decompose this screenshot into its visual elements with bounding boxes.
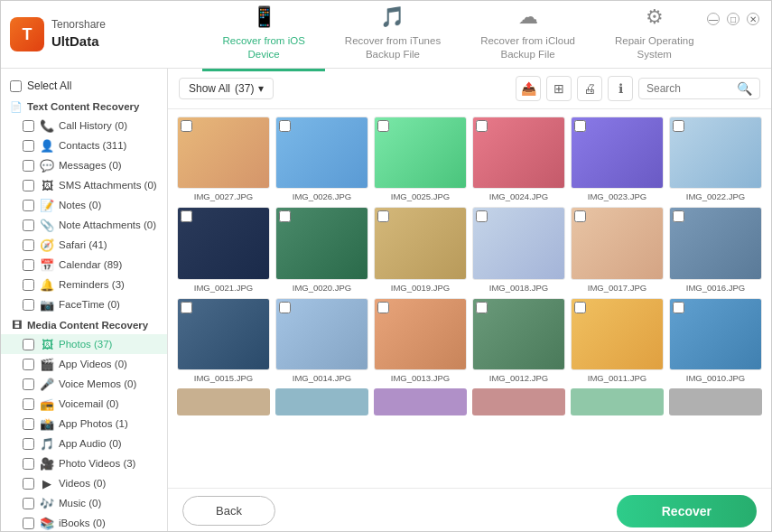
photo-checkbox[interactable] (181, 120, 192, 132)
minimize-button[interactable]: — (707, 13, 720, 25)
photo-item-img-18[interactable]: IMG_0018.JPG (472, 207, 565, 292)
content-toolbar: Show All (37) ▾ 📤 ⊞ 🖨 ℹ 🔍 (168, 69, 771, 109)
photo-thumbnail (177, 298, 270, 370)
photo-checkbox[interactable] (476, 120, 488, 132)
sidebar-item-app-videos[interactable]: 🎬App Videos (0) (1, 354, 167, 374)
photo-checkbox[interactable] (181, 210, 192, 222)
photo-checkbox[interactable] (574, 302, 586, 313)
sidebar-item-videos[interactable]: ▶Videos (0) (1, 473, 167, 493)
photo-checkbox[interactable] (377, 120, 389, 132)
app-header: T Tenorshare UltData 📱 Recover from iOSD… (1, 1, 771, 69)
sidebar-item-facetime[interactable]: 📷FaceTime (0) (1, 294, 167, 314)
sidebar-item-notes[interactable]: 📝Notes (0) (1, 195, 167, 215)
photo-item-img-12[interactable]: IMG_0012.JPG (472, 298, 565, 383)
select-all-row[interactable]: Select All (1, 76, 167, 96)
media-section-label: Media Content Recovery (27, 320, 148, 331)
photo-item-img-11[interactable]: IMG_0011.JPG (571, 298, 664, 383)
info-button[interactable]: ℹ (608, 76, 633, 101)
photo-checkbox[interactable] (279, 210, 291, 222)
print-button[interactable]: 🖨 (577, 76, 602, 101)
sidebar-item-music[interactable]: 🎶Music (0) (1, 493, 167, 513)
photo-item-img-21[interactable]: IMG_0021.JPG (177, 207, 270, 292)
photo-checkbox[interactable] (476, 210, 488, 222)
photo-item-img-25[interactable]: IMG_0025.JPG (374, 117, 467, 201)
sidebar-item-reminders[interactable]: 🔔Reminders (3) (1, 275, 167, 294)
sidebar-item-app-photos[interactable]: 📸App Photos (1) (1, 414, 167, 434)
photo-checkbox[interactable] (377, 210, 389, 222)
app-logo-icon: T (10, 17, 44, 51)
photo-checkbox[interactable] (377, 302, 389, 313)
sidebar-item-app-audio[interactable]: 🎵App Audio (0) (1, 434, 167, 453)
sidebar-item-contacts[interactable]: 👤Contacts (311) (1, 135, 167, 155)
sidebar-item-call-history[interactable]: 📞Call History (0) (1, 116, 167, 135)
sidebar-item-calendar[interactable]: 📅Calendar (89) (1, 255, 167, 275)
photo-item-img-13[interactable]: IMG_0013.JPG (374, 298, 467, 383)
note-attach-icon: 📎 (40, 218, 54, 232)
sidebar-item-messages[interactable]: 💬Messages (0) (1, 155, 167, 175)
photo-thumbnail (472, 207, 565, 279)
photo-item-img-24[interactable]: IMG_0024.JPG (472, 117, 565, 201)
sidebar-item-photos[interactable]: 🖼Photos (37) (1, 334, 167, 354)
photo-item-img-23[interactable]: IMG_0023.JPG (571, 117, 664, 201)
photo-thumbnail (374, 207, 467, 279)
photo-checkbox[interactable] (476, 302, 488, 313)
tab-repair-os[interactable]: ⚙ Repair OperatingSystem (595, 0, 714, 71)
tab-ios-label: Recover from iOSDevice (222, 34, 304, 61)
maximize-button[interactable]: □ (727, 13, 739, 25)
photo-checkbox[interactable] (673, 120, 684, 132)
contacts-icon: 👤 (40, 138, 54, 153)
photo-checkbox[interactable] (279, 120, 291, 132)
photo-item-img-19[interactable]: IMG_0019.JPG (374, 207, 467, 292)
sidebar-item-voicemail[interactable]: 📻Voicemail (0) (1, 394, 167, 414)
select-all-checkbox[interactable] (10, 80, 22, 92)
photo-checkbox[interactable] (279, 302, 291, 313)
photo-label: IMG_0016.JPG (669, 283, 762, 293)
photo-thumbnail (571, 207, 664, 279)
repair-icon: ⚙ (646, 5, 664, 31)
recover-button[interactable]: Recover (617, 495, 757, 527)
footer: Back Recover (168, 488, 771, 532)
ibooks-icon: 📚 (40, 516, 54, 530)
tab-recover-itunes[interactable]: 🎵 Recover from iTunesBackup File (325, 0, 460, 71)
sidebar-item-note-attachments[interactable]: 📎Note Attachments (0) (1, 215, 167, 235)
photo-item-img-16[interactable]: IMG_0016.JPG (669, 207, 762, 292)
tab-recover-ios[interactable]: 📱 Recover from iOSDevice (202, 0, 324, 71)
window-controls: — □ ✕ (707, 13, 759, 25)
photo-checkbox[interactable] (574, 210, 586, 222)
photo-checkbox[interactable] (181, 302, 192, 313)
sidebar-item-photo-videos[interactable]: 🎥Photo Videos (3) (1, 453, 167, 473)
photo-item-img-22[interactable]: IMG_0022.JPG (669, 117, 762, 201)
photo-item-img-26[interactable]: IMG_0026.JPG (275, 117, 368, 201)
photo-thumbnail (374, 298, 467, 370)
photo-label: IMG_0024.JPG (472, 191, 565, 201)
photo-label: IMG_0025.JPG (374, 191, 467, 201)
search-input[interactable] (646, 82, 737, 95)
content-area: Show All (37) ▾ 📤 ⊞ 🖨 ℹ 🔍 (168, 69, 771, 532)
photo-label: IMG_0012.JPG (472, 373, 565, 383)
export-button[interactable]: 📤 (516, 76, 541, 101)
facetime-icon: 📷 (40, 297, 54, 312)
photo-item-img-17[interactable]: IMG_0017.JPG (571, 207, 664, 292)
sidebar-item-voice-memos[interactable]: 🎤Voice Memos (0) (1, 374, 167, 394)
sidebar-item-safari[interactable]: 🧭Safari (41) (1, 235, 167, 255)
photo-checkbox[interactable] (673, 210, 684, 222)
photo-item-img-15[interactable]: IMG_0015.JPG (177, 298, 270, 383)
grid-view-button[interactable]: ⊞ (546, 76, 572, 101)
photo-item-img-10[interactable]: IMG_0010.JPG (669, 298, 762, 383)
sidebar: Select All 📄 Text Content Recovery 📞Call… (1, 69, 168, 532)
photo-label: IMG_0027.JPG (177, 191, 270, 201)
photo-item-img-14[interactable]: IMG_0014.JPG (275, 298, 368, 383)
tab-recover-icloud[interactable]: ☁ Recover from iCloudBackup File (460, 0, 595, 71)
photo-label: IMG_0015.JPG (177, 373, 270, 383)
photo-item-img-20[interactable]: IMG_0020.JPG (275, 207, 368, 292)
back-button[interactable]: Back (182, 496, 275, 526)
sidebar-item-ibooks[interactable]: 📚iBooks (0) (1, 513, 167, 532)
show-all-button[interactable]: Show All (37) ▾ (179, 78, 274, 99)
photo-thumbnail (669, 298, 762, 370)
sidebar-item-sms-attachments[interactable]: 🖼SMS Attachments (0) (1, 175, 167, 195)
photo-checkbox[interactable] (574, 120, 586, 132)
close-button[interactable]: ✕ (747, 13, 759, 25)
photo-checkbox[interactable] (673, 302, 684, 313)
photo-item-img-27[interactable]: IMG_0027.JPG (177, 117, 270, 201)
photo-label: IMG_0020.JPG (275, 283, 368, 293)
